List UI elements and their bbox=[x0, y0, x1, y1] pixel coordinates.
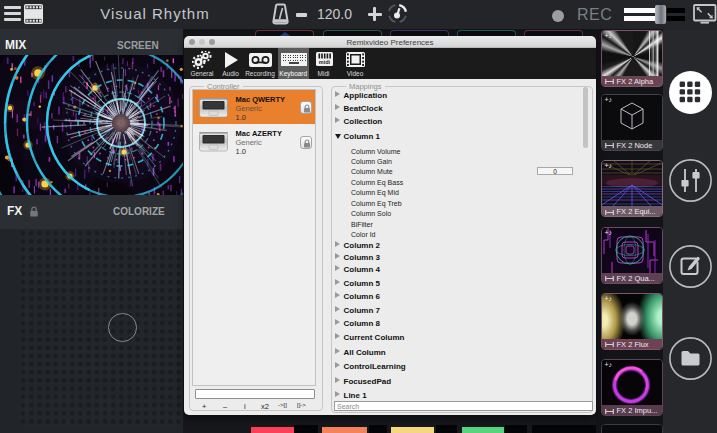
svg-text:midi: midi bbox=[319, 59, 331, 65]
